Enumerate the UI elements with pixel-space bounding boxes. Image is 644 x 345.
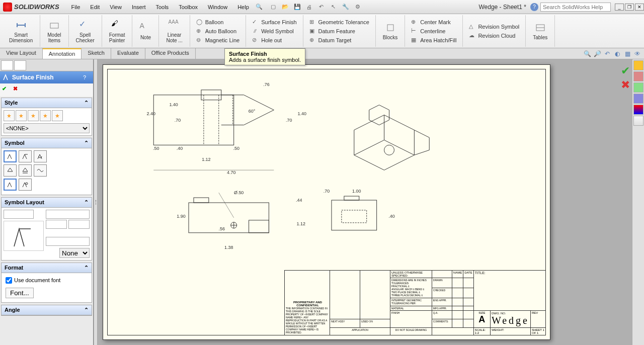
symbol-allaround[interactable] [4, 179, 17, 191]
revision-cloud-button[interactable]: ☁Revision Cloud [467, 32, 521, 40]
auto-balloon-button[interactable]: ⊕Auto Balloon [194, 27, 242, 35]
use-doc-font-checkbox[interactable] [6, 277, 12, 284]
font-button[interactable]: Font... [6, 288, 34, 298]
pm-tab-feature-tree[interactable] [1, 60, 13, 70]
zoom-fit-icon[interactable]: 🔍 [583, 49, 592, 58]
print-icon[interactable]: 🖨 [304, 2, 314, 12]
pm-help-icon[interactable]: ? [83, 74, 91, 80]
geometric-tolerance-button[interactable]: ⊞Geometric Tolerance [307, 18, 371, 26]
menu-insert[interactable]: Insert [127, 2, 151, 12]
rebuild-icon[interactable]: 🔧 [341, 2, 351, 12]
style-add-icon[interactable]: ★ [16, 110, 27, 121]
task-pane [632, 59, 644, 345]
symbol-no-machining[interactable] [34, 150, 47, 162]
confirm-cancel-icon[interactable]: ✖ [621, 78, 630, 92]
ribbon-group-format: 🖌 Format Painter [102, 15, 133, 47]
help-search-input[interactable] [540, 3, 611, 12]
note-button[interactable]: A Note [136, 21, 154, 41]
search-icon[interactable]: 🔍 [254, 2, 264, 12]
tab-annotation[interactable]: Annotation [43, 48, 82, 59]
pm-layout-header[interactable]: Symbol Layout⌃ [2, 198, 92, 208]
datum-target-button[interactable]: ⊕Datum Target [307, 36, 371, 44]
hole-callout-button[interactable]: ⊘Hole out [250, 36, 298, 44]
select-icon[interactable]: ↖ [329, 2, 339, 12]
drawing-canvas[interactable]: .76 1.40 2.40 1.40 .70 .70 60° .50 .40 .… [98, 59, 632, 345]
layout-field-c[interactable] [46, 220, 67, 229]
spell-checker-button[interactable]: ✓ Spell Checker [73, 18, 98, 44]
options-icon[interactable]: ⚙ [353, 2, 363, 12]
symbol-local[interactable] [19, 179, 32, 191]
taskpane-view-palette-icon[interactable] [633, 94, 643, 104]
format-painter-button[interactable]: 🖌 Format Painter [106, 18, 128, 44]
tab-sketch[interactable]: Sketch [82, 48, 111, 59]
symbol-jis-basic[interactable] [4, 164, 17, 177]
pm-ok-button[interactable]: ✔ [2, 85, 11, 95]
tooltip-description: Adds a surface finish symbol. [229, 57, 301, 63]
tables-button[interactable]: Tables [530, 21, 550, 41]
magnetic-line-button[interactable]: ⊖Magnetic Line [194, 36, 242, 44]
undo-icon[interactable]: ↶ [316, 2, 327, 12]
close-button[interactable]: ✕ [635, 4, 644, 11]
centerline-button[interactable]: ⊢Centerline [409, 27, 458, 35]
menu-toolbox[interactable]: Toolbox [174, 2, 203, 12]
layout-field-a[interactable] [4, 210, 34, 219]
prev-view-icon[interactable]: ↶ [603, 49, 612, 58]
pm-format-header[interactable]: Format⌃ [2, 263, 92, 273]
pm-cancel-button[interactable]: ✖ [13, 85, 22, 95]
linear-note-button[interactable]: AAA Linear Note ... [163, 18, 185, 44]
save-icon[interactable]: 💾 [292, 2, 302, 12]
menu-view[interactable]: View [105, 2, 127, 12]
symbol-basic[interactable] [4, 150, 17, 162]
menu-window[interactable]: Window [203, 2, 232, 12]
tab-office-products[interactable]: Office Products [145, 48, 196, 59]
style-select[interactable]: <NONE> [4, 123, 90, 133]
pm-symbol-header[interactable]: Symbol⌃ [2, 138, 92, 148]
tab-view-layout[interactable]: View Layout [0, 48, 43, 59]
menu-help[interactable]: Help [232, 2, 254, 12]
balloon-button[interactable]: ◯Balloon [194, 18, 242, 26]
pm-tab-property-mgr[interactable] [14, 60, 26, 70]
center-mark-button[interactable]: ⊕Center Mark [409, 18, 458, 26]
layout-field-d[interactable] [68, 220, 90, 229]
hide-show-icon[interactable]: 👁 [633, 49, 642, 58]
symbol-machining[interactable] [19, 150, 32, 162]
pm-style-header[interactable]: Style⌃ [2, 98, 92, 108]
new-icon[interactable]: ▢ [268, 2, 278, 12]
pm-angle-header[interactable]: Angle⌃ [2, 305, 92, 315]
symbol-jis-mach[interactable] [19, 164, 32, 177]
revision-symbol-button[interactable]: △Revision Symbol [467, 23, 521, 31]
weld-symbol-button[interactable]: ⫽Weld Symbol [250, 27, 298, 35]
taskpane-file-explorer-icon[interactable] [633, 82, 643, 93]
taskpane-appearances-icon[interactable] [633, 105, 643, 115]
symbol-wave[interactable] [34, 164, 47, 177]
panel-splitter[interactable]: ⋮ [94, 59, 98, 345]
menu-tools[interactable]: Tools [150, 2, 174, 12]
restore-button[interactable]: ❐ [625, 4, 634, 11]
style-del-icon[interactable]: ★ [28, 110, 39, 121]
display-style-icon[interactable]: ▦ [623, 49, 632, 58]
minimize-button[interactable]: _ [615, 4, 624, 11]
smart-dimension-button[interactable]: Smart Dimension [6, 18, 36, 44]
style-load-icon[interactable]: ★ [52, 110, 63, 121]
menu-edit[interactable]: Edit [85, 2, 105, 12]
menu-file[interactable]: File [66, 2, 86, 12]
tab-evaluate[interactable]: Evaluate [111, 48, 145, 59]
style-new-icon[interactable]: ★ [4, 110, 15, 121]
style-save-icon[interactable]: ★ [40, 110, 51, 121]
taskpane-custom-props-icon[interactable] [633, 116, 643, 126]
model-items-button[interactable]: Model Items [44, 18, 64, 44]
surface-finish-button[interactable]: ✓Surface Finish [250, 18, 298, 26]
taskpane-resources-icon[interactable] [633, 60, 643, 70]
confirm-ok-icon[interactable]: ✔ [621, 64, 630, 77]
open-icon[interactable]: 📂 [280, 2, 290, 12]
blocks-button[interactable]: Blocks [380, 21, 400, 41]
zoom-area-icon[interactable]: 🔎 [593, 49, 602, 58]
layout-field-e[interactable] [46, 237, 90, 246]
datum-feature-button[interactable]: ▣Datum Feature [307, 27, 371, 35]
taskpane-design-lib-icon[interactable] [633, 71, 643, 81]
section-view-icon[interactable]: ◐ [613, 49, 622, 58]
layout-lay-select[interactable]: None [59, 248, 90, 258]
layout-field-b[interactable] [46, 210, 90, 219]
help-search: ? [530, 3, 611, 12]
area-hatch-button[interactable]: ▦Area Hatch/Fill [409, 36, 458, 44]
